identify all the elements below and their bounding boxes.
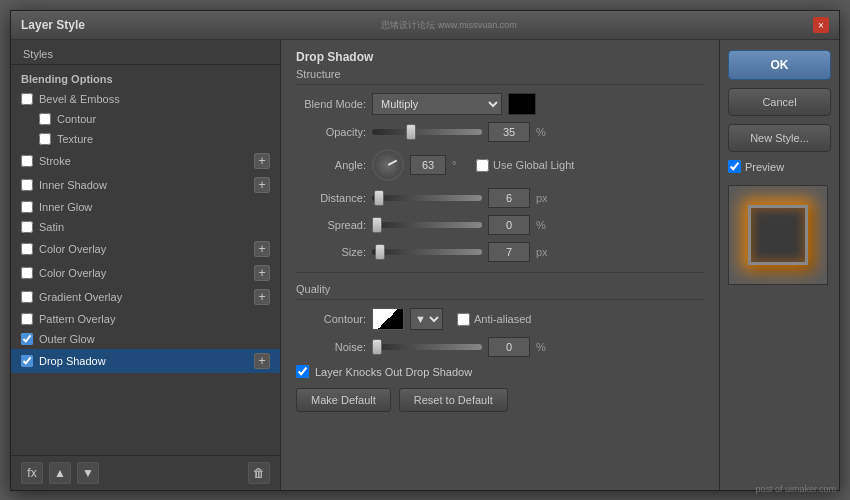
spread-slider[interactable] — [372, 222, 482, 228]
inner-shadow-checkbox[interactable] — [21, 179, 33, 191]
stroke-add-button[interactable]: + — [254, 153, 270, 169]
sidebar-item-bevel-emboss[interactable]: Bevel & Emboss — [11, 89, 280, 109]
watermark: 思绪设计论坛 www.missvuan.com — [381, 19, 517, 32]
delete-button[interactable]: 🗑 — [248, 462, 270, 484]
reset-to-default-button[interactable]: Reset to Default — [399, 388, 508, 412]
distance-slider-thumb[interactable] — [374, 190, 384, 206]
sidebar-item-blending-options[interactable]: Blending Options — [11, 69, 280, 89]
color-overlay-2-label: Color Overlay — [39, 267, 106, 279]
styles-list: Blending Options Bevel & Emboss Contour … — [11, 65, 280, 455]
shadow-color-swatch[interactable] — [508, 93, 536, 115]
sidebar-item-contour[interactable]: Contour — [11, 109, 280, 129]
sidebar-item-outer-glow[interactable]: Outer Glow — [11, 329, 280, 349]
color-overlay-2-add-button[interactable]: + — [254, 265, 270, 281]
pattern-overlay-checkbox[interactable] — [21, 313, 33, 325]
quality-section: Quality Contour: ▼ Anti-aliased Noise: — [296, 283, 704, 357]
preview-glow-box — [748, 205, 808, 265]
sidebar-item-satin[interactable]: Satin — [11, 217, 280, 237]
spread-slider-thumb[interactable] — [372, 217, 382, 233]
distance-input[interactable] — [488, 188, 530, 208]
size-slider[interactable] — [372, 249, 482, 255]
fx-button[interactable]: fx — [21, 462, 43, 484]
divider — [296, 272, 704, 273]
inner-glow-checkbox[interactable] — [21, 201, 33, 213]
make-default-button[interactable]: Make Default — [296, 388, 391, 412]
right-panel: OK Cancel New Style... Preview — [719, 40, 839, 490]
stroke-checkbox[interactable] — [21, 155, 33, 167]
new-style-button[interactable]: New Style... — [728, 124, 831, 152]
ok-button[interactable]: OK — [728, 50, 831, 80]
use-global-light-label[interactable]: Use Global Light — [476, 159, 574, 172]
distance-slider[interactable] — [372, 195, 482, 201]
drop-shadow-label: Drop Shadow — [39, 355, 106, 367]
bevel-emboss-label: Bevel & Emboss — [39, 93, 120, 105]
noise-slider-thumb[interactable] — [372, 339, 382, 355]
sidebar-item-gradient-overlay[interactable]: Gradient Overlay + — [11, 285, 280, 309]
noise-slider[interactable] — [372, 344, 482, 350]
gradient-overlay-add-button[interactable]: + — [254, 289, 270, 305]
layer-knocks-out-row: Layer Knocks Out Drop Shadow — [296, 365, 704, 378]
sidebar-item-drop-shadow[interactable]: Drop Shadow + — [11, 349, 280, 373]
left-panel: Styles Blending Options Bevel & Emboss C… — [11, 40, 281, 490]
distance-row: Distance: px — [296, 188, 704, 208]
outer-glow-checkbox[interactable] — [21, 333, 33, 345]
contour-checkbox[interactable] — [39, 113, 51, 125]
preview-canvas — [728, 185, 828, 285]
anti-aliased-text: Anti-aliased — [474, 313, 531, 325]
outer-glow-label: Outer Glow — [39, 333, 95, 345]
bevel-emboss-checkbox[interactable] — [21, 93, 33, 105]
satin-checkbox[interactable] — [21, 221, 33, 233]
contour-label: Contour — [57, 113, 96, 125]
inner-shadow-add-button[interactable]: + — [254, 177, 270, 193]
inner-glow-label: Inner Glow — [39, 201, 92, 213]
close-button[interactable]: × — [813, 17, 829, 33]
noise-input[interactable] — [488, 337, 530, 357]
color-overlay-1-checkbox[interactable] — [21, 243, 33, 255]
sidebar-item-inner-shadow[interactable]: Inner Shadow + — [11, 173, 280, 197]
opacity-slider-thumb[interactable] — [406, 124, 416, 140]
sidebar-item-inner-glow[interactable]: Inner Glow — [11, 197, 280, 217]
opacity-slider[interactable] — [372, 129, 482, 135]
angle-unit: ° — [452, 159, 470, 171]
sidebar-item-stroke[interactable]: Stroke + — [11, 149, 280, 173]
spread-unit: % — [536, 219, 554, 231]
color-overlay-2-checkbox[interactable] — [21, 267, 33, 279]
color-overlay-1-add-button[interactable]: + — [254, 241, 270, 257]
size-slider-thumb[interactable] — [375, 244, 385, 260]
use-global-light-checkbox[interactable] — [476, 159, 489, 172]
move-down-button[interactable]: ▼ — [77, 462, 99, 484]
angle-input[interactable] — [410, 155, 446, 175]
cancel-button[interactable]: Cancel — [728, 88, 831, 116]
layer-knocks-out-label: Layer Knocks Out Drop Shadow — [315, 366, 472, 378]
drop-shadow-add-button[interactable]: + — [254, 353, 270, 369]
size-input[interactable] — [488, 242, 530, 262]
sidebar-item-color-overlay-2[interactable]: Color Overlay + — [11, 261, 280, 285]
blend-mode-select[interactable]: Multiply Normal Screen Overlay — [372, 93, 502, 115]
sidebar-item-texture[interactable]: Texture — [11, 129, 280, 149]
spread-label: Spread: — [296, 219, 366, 231]
blend-mode-row: Blend Mode: Multiply Normal Screen Overl… — [296, 93, 704, 115]
anti-aliased-checkbox[interactable] — [457, 313, 470, 326]
preview-checkbox[interactable] — [728, 160, 741, 173]
contour-select[interactable]: ▼ — [410, 308, 443, 330]
texture-checkbox[interactable] — [39, 133, 51, 145]
gradient-overlay-checkbox[interactable] — [21, 291, 33, 303]
contour-picker[interactable] — [372, 308, 404, 330]
opacity-input[interactable] — [488, 122, 530, 142]
angle-dial[interactable] — [372, 149, 404, 181]
trash-icon: 🗑 — [253, 466, 265, 480]
sidebar-item-color-overlay-1[interactable]: Color Overlay + — [11, 237, 280, 261]
layer-knocks-out-checkbox[interactable] — [296, 365, 309, 378]
fx-icon: fx — [27, 466, 36, 480]
middle-panel: Drop Shadow Structure Blend Mode: Multip… — [281, 40, 719, 490]
move-up-button[interactable]: ▲ — [49, 462, 71, 484]
anti-aliased-label[interactable]: Anti-aliased — [457, 313, 531, 326]
sidebar-item-pattern-overlay[interactable]: Pattern Overlay — [11, 309, 280, 329]
title-bar: Layer Style 思绪设计论坛 www.missvuan.com × — [11, 11, 839, 40]
main-content: Styles Blending Options Bevel & Emboss C… — [11, 40, 839, 490]
noise-label: Noise: — [296, 341, 366, 353]
stroke-label: Stroke — [39, 155, 71, 167]
opacity-unit: % — [536, 126, 554, 138]
spread-input[interactable] — [488, 215, 530, 235]
drop-shadow-checkbox[interactable] — [21, 355, 33, 367]
